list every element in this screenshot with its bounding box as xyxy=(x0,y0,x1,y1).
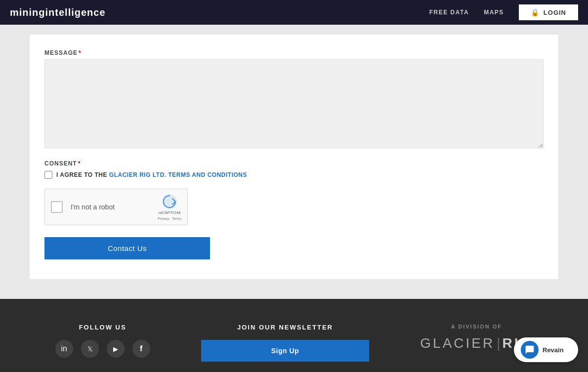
contact-form-card: MESSAGE* Consent* I AGREE TO THE GLACIER… xyxy=(30,35,558,279)
consent-text: I AGREE TO THE GLACIER RIG LTD. TERMS AN… xyxy=(56,171,247,178)
message-label: MESSAGE* xyxy=(44,49,544,56)
recaptcha-logo-area: reCAPTCHA Privacy · Terms xyxy=(158,194,181,220)
recaptcha-text: I'm not a robot xyxy=(71,203,150,211)
nav-free-data[interactable]: FREE DATA xyxy=(429,9,469,16)
glacier-rig-divider: | xyxy=(497,335,500,351)
division-label: A DIVISION OF xyxy=(420,324,533,330)
nav-maps[interactable]: MAPS xyxy=(484,9,504,16)
newsletter-section: JOIN OUR NEWSLETTER Sign Up xyxy=(201,324,369,362)
chat-label: Revain xyxy=(543,346,564,354)
twitter-icon[interactable]: 𝕏 xyxy=(81,340,99,358)
consent-checkbox[interactable] xyxy=(44,171,52,179)
site-footer: FOLLOW US in 𝕏 ▶ f JOIN OUR NEWSLETTER S… xyxy=(0,299,588,372)
follow-us-heading: FOLLOW US xyxy=(55,324,150,331)
recaptcha-logo-icon xyxy=(162,194,177,209)
newsletter-heading: JOIN OUR NEWSLETTER xyxy=(201,324,369,331)
follow-us-section: FOLLOW US in 𝕏 ▶ f xyxy=(55,324,150,358)
consent-label: Consent* xyxy=(44,160,544,167)
youtube-icon[interactable]: ▶ xyxy=(107,340,125,358)
facebook-icon[interactable]: f xyxy=(132,340,150,358)
main-nav: FREE DATA MAPS 🔒 LOGIN xyxy=(429,4,578,20)
logo-bold: intelligence xyxy=(45,7,106,18)
recaptcha-widget[interactable]: I'm not a robot reCAPTCHA Privacy · Term… xyxy=(44,189,188,225)
recaptcha-brand-text: reCAPTCHA xyxy=(158,210,180,215)
footer-top: FOLLOW US in 𝕏 ▶ f JOIN OUR NEWSLETTER S… xyxy=(0,314,588,372)
message-textarea[interactable] xyxy=(44,59,544,148)
glacier-rig-text1: GLACIER xyxy=(420,335,495,351)
newsletter-signup-button[interactable]: Sign Up xyxy=(201,340,369,362)
consent-checkbox-row: I AGREE TO THE GLACIER RIG LTD. TERMS AN… xyxy=(44,171,544,179)
lock-icon: 🔒 xyxy=(531,8,540,16)
main-content: MESSAGE* Consent* I AGREE TO THE GLACIER… xyxy=(0,0,588,299)
site-header: miningintelligence FREE DATA MAPS 🔒 LOGI… xyxy=(0,0,588,25)
terms-link[interactable]: GLACIER RIG LTD. TERMS AND CONDITIONS xyxy=(109,171,247,178)
svg-point-0 xyxy=(162,194,177,209)
login-button[interactable]: 🔒 LOGIN xyxy=(519,4,578,20)
linkedin-icon[interactable]: in xyxy=(55,340,73,358)
chat-widget[interactable]: Revain xyxy=(514,337,578,362)
logo-prefix: mining xyxy=(10,7,45,18)
message-group: MESSAGE* xyxy=(44,49,544,150)
consent-group: Consent* I AGREE TO THE GLACIER RIG LTD.… xyxy=(44,160,544,179)
submit-button[interactable]: Contact Us xyxy=(44,237,210,259)
social-icons-row: in 𝕏 ▶ f xyxy=(55,340,150,358)
site-logo[interactable]: miningintelligence xyxy=(10,7,106,18)
chat-icon xyxy=(521,341,539,359)
recaptcha-links: Privacy · Terms xyxy=(158,217,181,220)
recaptcha-checkbox[interactable] xyxy=(51,201,63,213)
